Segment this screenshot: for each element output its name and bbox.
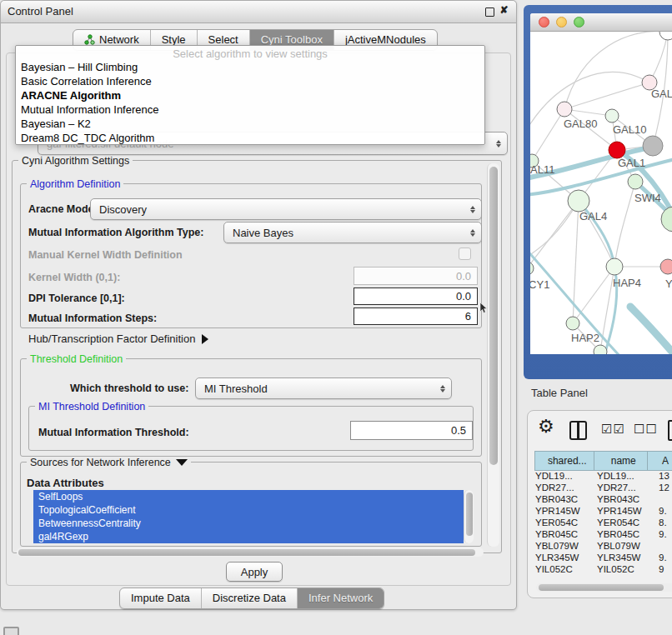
node-label-gal1: GAL1 bbox=[618, 157, 645, 169]
mi-threshold-field[interactable]: 0.5 bbox=[350, 421, 473, 440]
mouse-cursor-icon bbox=[479, 302, 488, 314]
table-row[interactable]: YDR27...YDR27...12 bbox=[534, 482, 672, 493]
mac-close-button[interactable] bbox=[539, 17, 549, 28]
tab-discretize-data[interactable]: Discretize Data bbox=[202, 588, 298, 608]
attribute-item-selected[interactable]: BetweennessCentrality bbox=[33, 517, 464, 530]
manual-kernel-label: Manual Kernel Width Definition bbox=[28, 249, 183, 261]
node[interactable] bbox=[659, 32, 672, 40]
node-gray[interactable] bbox=[643, 136, 663, 156]
tab-jactivemnodules-label: jActiveMNodules bbox=[345, 33, 426, 46]
node-gal4[interactable] bbox=[568, 190, 589, 212]
table-panel-title: Table Panel bbox=[531, 387, 588, 399]
sources-expander[interactable]: Sources for Network Inference bbox=[27, 457, 191, 468]
node-label-gal80: GAL80 bbox=[564, 118, 597, 130]
hub-definition-expander[interactable]: Hub/Transcription Factor Definition bbox=[28, 332, 208, 345]
settings-horizontal-scrollbar[interactable] bbox=[17, 548, 484, 557]
close-icon[interactable]: ✘ bbox=[499, 5, 509, 16]
corner-button-partial[interactable] bbox=[3, 627, 19, 635]
attribute-item-selected[interactable]: TopologicalCoefficient bbox=[33, 503, 464, 517]
gear-icon[interactable]: ⚙ bbox=[538, 416, 554, 438]
algorithm-option-selected[interactable]: ARACNE Algorithm bbox=[16, 88, 484, 102]
deselect-all-checkboxes-icon[interactable]: ☐☐ bbox=[634, 422, 658, 437]
dpi-tolerance-label: DPI Tolerance [0,1]: bbox=[28, 292, 125, 304]
which-threshold-value: MI Threshold bbox=[204, 382, 268, 395]
node-gal1[interactable] bbox=[628, 174, 643, 189]
network-view-frame[interactable]: GAL GAL80 GAL10 GAL1 GAL11 SWI4 GAL4 GCY… bbox=[524, 5, 672, 379]
node-gal10[interactable] bbox=[605, 109, 619, 122]
cyni-algorithm-settings-title: Cyni Algorithm Settings bbox=[18, 155, 133, 167]
tab-infer-network[interactable]: Infer Network bbox=[298, 588, 384, 608]
threshold-definition-title: Threshold Definition bbox=[27, 353, 126, 365]
manual-kernel-checkbox[interactable] bbox=[459, 248, 471, 260]
node-label-gcy1: GCY1 bbox=[530, 278, 549, 291]
attribute-item-selected[interactable]: SelfLoops bbox=[33, 490, 464, 503]
table-body: YDL19...YDL19...13 YDR27...YDR27...12 YB… bbox=[534, 470, 672, 593]
table-row[interactable]: YBL079WYBL079W bbox=[534, 540, 672, 552]
which-threshold-combobox[interactable]: MI Threshold bbox=[195, 378, 452, 399]
column-header-partial[interactable]: A bbox=[647, 452, 672, 471]
cell: YLR345W bbox=[596, 552, 658, 563]
column-header-shared-name[interactable]: shared... bbox=[535, 452, 594, 471]
mi-steps-field[interactable]: 6 bbox=[354, 308, 478, 325]
algorithm-definition-title: Algorithm Definition bbox=[27, 178, 123, 190]
kernel-width-field[interactable]: 0.0 bbox=[354, 267, 478, 285]
column-header-name[interactable]: name bbox=[594, 452, 647, 471]
aracne-mode-label: Aracne Mode: bbox=[28, 203, 98, 215]
table-row[interactable]: YBR045CYBR045C9. bbox=[534, 528, 672, 540]
dpi-tolerance-field[interactable]: 0.0 bbox=[354, 288, 478, 305]
algorithm-option[interactable]: Dream8 DC_TDC Algorithm bbox=[16, 131, 484, 145]
attribute-item-selected[interactable]: gal4RGexp bbox=[33, 530, 464, 543]
node-hap2[interactable] bbox=[566, 317, 579, 330]
mi-type-combobox[interactable]: Naive Bayes bbox=[223, 222, 482, 243]
attributes-list-scrollbar[interactable] bbox=[464, 490, 474, 543]
table-row[interactable]: YDL19...YDL19...13 bbox=[534, 470, 672, 482]
network-view-window: GAL GAL80 GAL10 GAL1 GAL11 SWI4 GAL4 GCY… bbox=[530, 13, 672, 354]
table-row[interactable]: YIL052CYIL052C9 bbox=[534, 563, 672, 575]
document-icon-partial[interactable] bbox=[668, 420, 672, 441]
tab-impute-data[interactable]: Impute Data bbox=[120, 588, 202, 608]
apply-button[interactable]: Apply bbox=[226, 562, 283, 582]
aracne-mode-combobox[interactable]: Discovery bbox=[90, 198, 482, 220]
node-label-swi4: SWI4 bbox=[634, 192, 661, 204]
algorithm-option[interactable]: Mutual Information Inference bbox=[16, 102, 484, 117]
mac-minimize-button[interactable] bbox=[556, 17, 567, 28]
node-hap4[interactable] bbox=[606, 258, 623, 275]
table-hscrollbar-thumb[interactable] bbox=[539, 584, 664, 591]
settings-hscrollbar-thumb[interactable] bbox=[18, 549, 475, 556]
table-row[interactable]: YPR145WYPR145W9. bbox=[534, 505, 672, 517]
aracne-mode-value: Discovery bbox=[99, 203, 147, 216]
node-gal80[interactable] bbox=[557, 102, 572, 117]
attributes-scrollbar-thumb[interactable] bbox=[466, 492, 473, 536]
node-gcy1[interactable] bbox=[530, 262, 534, 275]
table-row[interactable]: YBR043CYBR043C bbox=[534, 493, 672, 505]
network-canvas[interactable]: GAL GAL80 GAL10 GAL1 GAL11 SWI4 GAL4 GCY… bbox=[530, 32, 672, 354]
table-row[interactable]: YER054CYER054C8. bbox=[534, 517, 672, 528]
mi-threshold-group-title: MI Threshold Definition bbox=[35, 401, 148, 412]
algorithm-dropdown-popup: Select algorithm to view settings Bayesi… bbox=[15, 45, 485, 145]
mi-threshold-label: Mutual Information Threshold: bbox=[38, 427, 189, 438]
table-row[interactable]: YLR345WYLR345W9. bbox=[534, 552, 672, 563]
node[interactable] bbox=[661, 207, 672, 232]
split-columns-icon[interactable] bbox=[569, 421, 587, 440]
mac-zoom-button[interactable] bbox=[574, 17, 584, 28]
cell: YIL052C bbox=[534, 563, 596, 575]
cell: YER054C bbox=[596, 517, 658, 528]
cell: YIL052C bbox=[596, 563, 658, 575]
algorithm-option[interactable]: Basic Correlation Inference bbox=[16, 74, 484, 88]
cell bbox=[658, 493, 672, 505]
sources-title: Sources for Network Inference bbox=[30, 457, 171, 468]
settings-scrollbar-thumb[interactable] bbox=[489, 167, 498, 465]
cell: 9. bbox=[658, 528, 672, 540]
cell: YPR145W bbox=[534, 505, 596, 517]
table-horizontal-scrollbar[interactable] bbox=[536, 583, 672, 592]
node-red[interactable] bbox=[609, 142, 625, 158]
chevron-down-icon bbox=[176, 459, 188, 466]
float-window-icon[interactable] bbox=[485, 8, 494, 17]
tab-style-label: Style bbox=[162, 33, 186, 46]
node[interactable] bbox=[594, 345, 607, 354]
select-all-checkboxes-icon[interactable]: ☑☑ bbox=[601, 422, 625, 437]
algorithm-option[interactable]: Bayesian – Hill Climbing bbox=[16, 60, 484, 74]
algorithm-option[interactable]: Bayesian – K2 bbox=[16, 117, 484, 131]
settings-vertical-scrollbar[interactable] bbox=[487, 163, 499, 547]
node-pink[interactable] bbox=[660, 259, 672, 274]
